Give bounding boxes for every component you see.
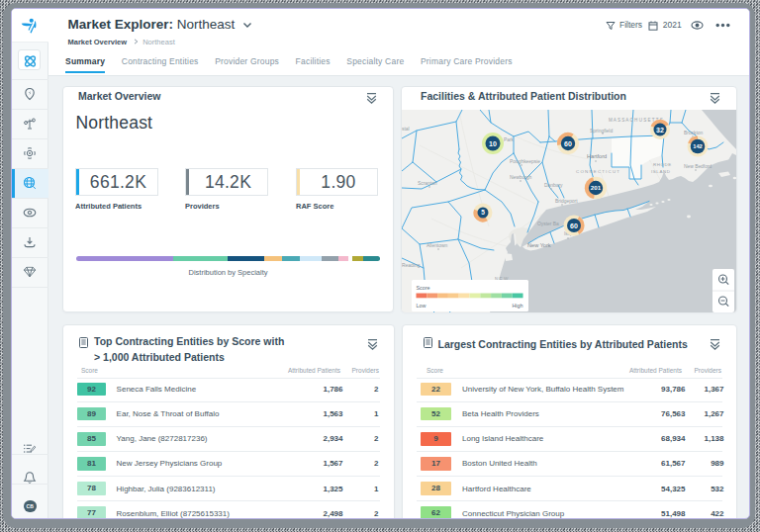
svg-text:Newburgh: Newburgh: [510, 175, 532, 180]
svg-text:Low: Low: [417, 303, 427, 309]
svg-text:5: 5: [481, 209, 485, 216]
svg-text:Oyster Ba: Oyster Ba: [537, 222, 559, 226]
svg-text:60: 60: [570, 222, 578, 229]
svg-text:Poughkeepsie: Poughkeepsie: [510, 159, 540, 164]
svg-text:Bridgeport: Bridgeport: [555, 199, 578, 204]
svg-text:32: 32: [656, 127, 664, 133]
svg-text:RHODE: RHODE: [653, 162, 672, 167]
svg-text:Springfield: Springfield: [590, 129, 613, 133]
svg-text:stal: stal: [402, 127, 410, 132]
svg-text:Reading: Reading: [402, 263, 420, 268]
svg-text:High: High: [512, 303, 522, 309]
svg-text:142: 142: [693, 143, 703, 149]
svg-text:Score: Score: [417, 285, 430, 291]
svg-text:Brockton: Brockton: [684, 131, 704, 135]
svg-text:60: 60: [564, 140, 572, 147]
svg-text:New York: New York: [527, 242, 551, 248]
svg-text:Park: Park: [504, 137, 515, 142]
svg-text:Scranton: Scranton: [418, 181, 437, 186]
svg-text:Allentown: Allentown: [427, 243, 447, 248]
svg-text:C O N N E C T I C U T: C O N N E C T I C U T: [576, 169, 619, 174]
svg-text:Hartford: Hartford: [587, 153, 607, 159]
svg-text:ISLAND: ISLAND: [651, 169, 670, 174]
svg-text:New Bedford: New Bedford: [684, 164, 712, 169]
svg-text:10: 10: [489, 140, 497, 147]
svg-text:Danbury: Danbury: [544, 183, 563, 188]
svg-text:201: 201: [591, 184, 602, 191]
